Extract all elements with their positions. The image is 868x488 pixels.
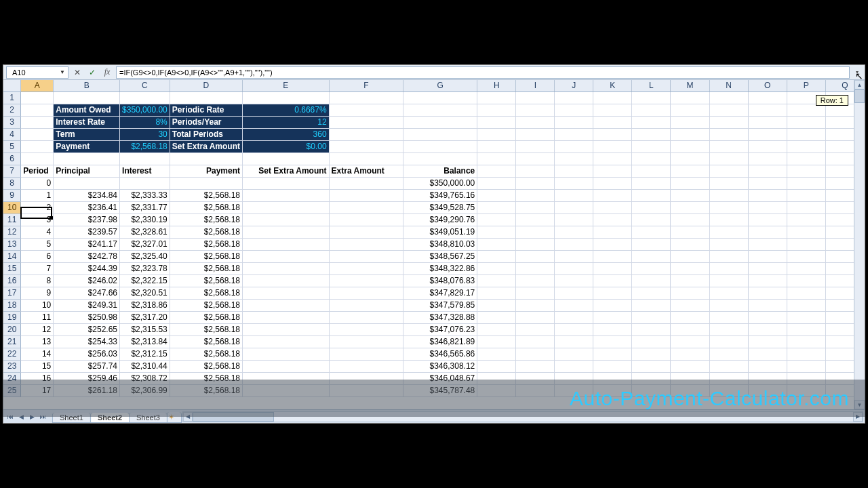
cell-J23[interactable]: [555, 360, 593, 372]
cell-H22[interactable]: [477, 348, 516, 360]
cell-K19[interactable]: [593, 311, 632, 323]
select-all-corner[interactable]: [3, 80, 21, 92]
cell-B13[interactable]: $241.17: [54, 238, 120, 250]
cell-K17[interactable]: [593, 287, 632, 299]
vertical-scrollbar[interactable]: ▲ ▼: [854, 80, 865, 409]
cell-E6[interactable]: [243, 152, 330, 165]
cell-N8[interactable]: [709, 177, 748, 189]
cell-M2[interactable]: [671, 104, 709, 116]
tab-nav-last-icon[interactable]: ⏭: [37, 411, 48, 422]
row-header-9[interactable]: 9: [3, 189, 21, 201]
row-header-21[interactable]: 21: [3, 336, 21, 348]
cell-H5[interactable]: [477, 140, 516, 152]
sheet-tab-sheet2[interactable]: Sheet2: [90, 413, 130, 423]
cell-O10[interactable]: [748, 201, 787, 214]
cell-N13[interactable]: [709, 238, 748, 250]
hdr-period[interactable]: Period: [21, 165, 54, 177]
cell-B12[interactable]: $239.57: [54, 226, 120, 238]
cell-L2[interactable]: [632, 104, 671, 116]
cell-M25[interactable]: [671, 384, 709, 396]
cell-A21[interactable]: 13: [21, 336, 54, 348]
cell-I21[interactable]: [516, 336, 555, 348]
cell-P7[interactable]: [787, 165, 825, 177]
cell-O25[interactable]: [748, 384, 787, 396]
cell-M24[interactable]: [671, 372, 709, 384]
row-header-19[interactable]: 19: [3, 311, 21, 323]
cell-D19[interactable]: $2,568.18: [170, 311, 242, 323]
cell-F24[interactable]: [329, 372, 403, 384]
cell-G4[interactable]: [403, 128, 477, 140]
cell-O13[interactable]: [748, 238, 787, 250]
cell-F2[interactable]: [329, 104, 403, 116]
cell-G1[interactable]: [403, 92, 477, 104]
cell-J6[interactable]: [555, 152, 593, 165]
cell-J9[interactable]: [555, 189, 593, 201]
cell-K2[interactable]: [593, 104, 632, 116]
cell-L25[interactable]: [632, 384, 671, 396]
cell-N25[interactable]: [709, 384, 748, 396]
cell-C14[interactable]: $2,325.40: [120, 250, 170, 262]
cell-O9[interactable]: [748, 189, 787, 201]
cell-O21[interactable]: [748, 336, 787, 348]
summary-value-r3-2[interactable]: 12: [243, 116, 330, 128]
cell-K8[interactable]: [593, 177, 632, 189]
cell-N23[interactable]: [709, 360, 748, 372]
cell-M19[interactable]: [671, 311, 709, 323]
cell-I13[interactable]: [516, 238, 555, 250]
cell-E19[interactable]: [243, 311, 330, 323]
cell-F3[interactable]: [329, 116, 403, 128]
cell-J15[interactable]: [555, 262, 593, 274]
col-header-J[interactable]: J: [555, 80, 593, 92]
cell-P20[interactable]: [787, 323, 825, 336]
cell-B16[interactable]: $246.02: [54, 274, 120, 287]
col-header-B[interactable]: B: [54, 80, 120, 92]
cell-H15[interactable]: [477, 262, 516, 274]
cell-D8[interactable]: [170, 177, 242, 189]
row-header-13[interactable]: 13: [3, 238, 21, 250]
cell-A11[interactable]: 3: [21, 214, 54, 226]
cell-H12[interactable]: [477, 226, 516, 238]
cell-O12[interactable]: [748, 226, 787, 238]
cell-M17[interactable]: [671, 287, 709, 299]
cell-P4[interactable]: [787, 128, 825, 140]
cell-I6[interactable]: [516, 152, 555, 165]
cell-P22[interactable]: [787, 348, 825, 360]
cell-B19[interactable]: $250.98: [54, 311, 120, 323]
cell-C1[interactable]: [120, 92, 170, 104]
cell-O7[interactable]: [748, 165, 787, 177]
summary-value-r2-2[interactable]: 0.6667%: [243, 104, 330, 116]
cell-F10[interactable]: [329, 201, 403, 214]
cell-O6[interactable]: [748, 152, 787, 165]
cell-M6[interactable]: [671, 152, 709, 165]
cell-P19[interactable]: [787, 311, 825, 323]
cell-F19[interactable]: [329, 311, 403, 323]
cell-I5[interactable]: [516, 140, 555, 152]
cell-L16[interactable]: [632, 274, 671, 287]
cell-E10[interactable]: [243, 201, 330, 214]
cell-O17[interactable]: [748, 287, 787, 299]
cell-N24[interactable]: [709, 372, 748, 384]
cell-F11[interactable]: [329, 214, 403, 226]
cell-G19[interactable]: $347,328.88: [403, 311, 477, 323]
cell-L9[interactable]: [632, 189, 671, 201]
cell-P12[interactable]: [787, 226, 825, 238]
cell-G17[interactable]: $347,829.17: [403, 287, 477, 299]
cell-F15[interactable]: [329, 262, 403, 274]
cell-E14[interactable]: [243, 250, 330, 262]
cell-G18[interactable]: $347,579.85: [403, 299, 477, 311]
cell-D20[interactable]: $2,568.18: [170, 323, 242, 336]
cell-D23[interactable]: $2,568.18: [170, 360, 242, 372]
cell-O1[interactable]: [748, 92, 787, 104]
col-header-M[interactable]: M: [671, 80, 709, 92]
cell-H16[interactable]: [477, 274, 516, 287]
cell-N15[interactable]: [709, 262, 748, 274]
row-header-10[interactable]: 10: [3, 201, 21, 214]
cell-D10[interactable]: $2,568.18: [170, 201, 242, 214]
cell-M8[interactable]: [671, 177, 709, 189]
cell-E11[interactable]: [243, 214, 330, 226]
cell-L22[interactable]: [632, 348, 671, 360]
cell-A12[interactable]: 4: [21, 226, 54, 238]
cell-H25[interactable]: [477, 384, 516, 396]
cell-L12[interactable]: [632, 226, 671, 238]
cell-C18[interactable]: $2,318.86: [120, 299, 170, 311]
